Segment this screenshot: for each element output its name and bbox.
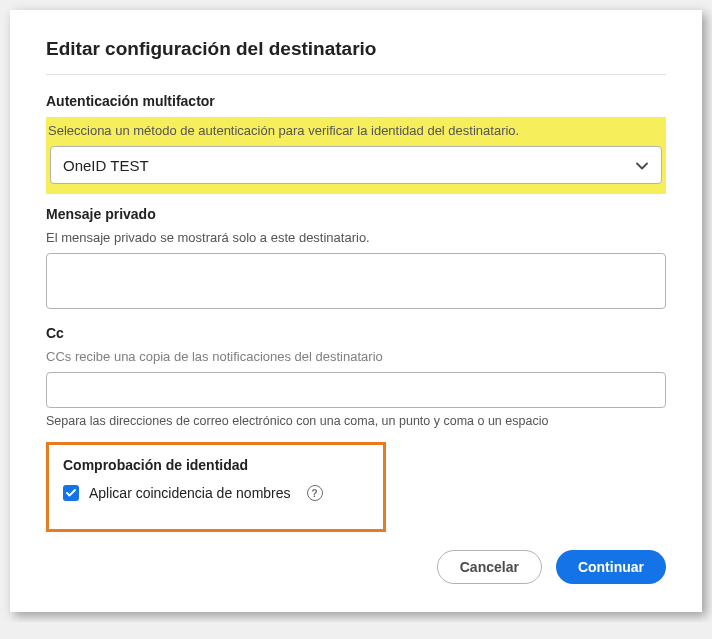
cc-hint: CCs recibe una copia de las notificacion… xyxy=(46,349,666,364)
identity-checkbox-row: Aplicar coincidencia de nombres ? xyxy=(63,485,369,501)
apply-name-match-checkbox[interactable] xyxy=(63,485,79,501)
cc-below-hint: Separa las direcciones de correo electró… xyxy=(46,414,666,428)
apply-name-match-label: Aplicar coincidencia de nombres xyxy=(89,485,291,501)
cc-label: Cc xyxy=(46,325,666,341)
cc-section: Cc CCs recibe una copia de las notificac… xyxy=(46,325,666,428)
cc-input[interactable] xyxy=(46,372,666,408)
mfa-selected-value: OneID TEST xyxy=(63,157,149,174)
help-icon[interactable]: ? xyxy=(307,485,323,501)
private-message-input[interactable] xyxy=(46,253,666,309)
mfa-select[interactable]: OneID TEST xyxy=(50,146,662,184)
mfa-highlight: Selecciona un método de autenticación pa… xyxy=(46,117,666,194)
mfa-label: Autenticación multifactor xyxy=(46,93,666,109)
dialog-title: Editar configuración del destinatario xyxy=(46,38,666,75)
identity-check-section: Comprobación de identidad Aplicar coinci… xyxy=(46,442,386,532)
identity-label: Comprobación de identidad xyxy=(63,457,369,473)
private-message-section: Mensaje privado El mensaje privado se mo… xyxy=(46,206,666,313)
edit-recipient-settings-dialog: Editar configuración del destinatario Au… xyxy=(10,10,702,612)
mfa-section: Autenticación multifactor Selecciona un … xyxy=(46,93,666,194)
mfa-hint: Selecciona un método de autenticación pa… xyxy=(48,123,664,138)
cancel-button[interactable]: Cancelar xyxy=(437,550,542,584)
continue-button[interactable]: Continuar xyxy=(556,550,666,584)
private-message-label: Mensaje privado xyxy=(46,206,666,222)
mfa-select-wrap: OneID TEST xyxy=(50,146,662,184)
private-message-hint: El mensaje privado se mostrará solo a es… xyxy=(46,230,666,245)
dialog-button-row: Cancelar Continuar xyxy=(46,550,666,584)
